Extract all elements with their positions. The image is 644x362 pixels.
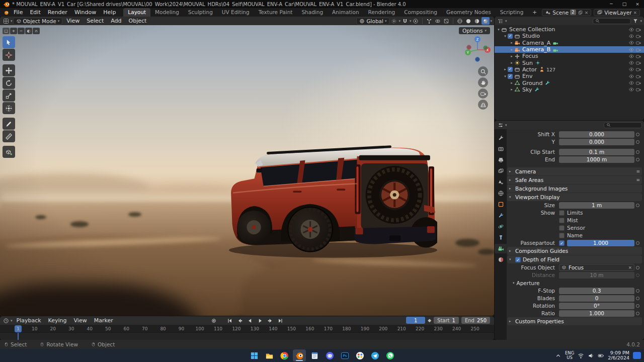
ratio-field[interactable]: 1.000 bbox=[559, 310, 634, 317]
properties-tab-world[interactable] bbox=[495, 189, 507, 198]
timeline-menu-view[interactable]: View bbox=[70, 316, 91, 325]
paint-icon[interactable] bbox=[353, 349, 366, 361]
timeline-menu-keying[interactable]: Keying bbox=[45, 316, 70, 325]
hide-in-viewport-icon[interactable] bbox=[628, 73, 635, 79]
notification-badge[interactable] bbox=[633, 352, 641, 359]
select-mode-invert[interactable]: ◐ bbox=[25, 28, 32, 34]
outliner-item-scene-collection[interactable]: ▾Scene Collection bbox=[495, 26, 644, 33]
options-dropdown[interactable]: Options ▾ bbox=[459, 27, 490, 34]
workspace-tab-geometry-nodes[interactable]: Geometry Nodes bbox=[442, 8, 496, 17]
telegram-icon[interactable] bbox=[368, 349, 381, 361]
disable-in-renders-icon[interactable] bbox=[635, 53, 642, 59]
battery-icon[interactable] bbox=[598, 352, 604, 359]
presets-menu-icon[interactable]: ≡ bbox=[636, 177, 640, 183]
show-overlays-icon[interactable] bbox=[434, 17, 442, 25]
disable-in-renders-icon[interactable] bbox=[635, 86, 642, 93]
shift-x-field[interactable]: 0.000 bbox=[559, 131, 634, 138]
timeline-ruler[interactable]: 1 11020304050607080901001101201301401501… bbox=[0, 325, 494, 333]
section-camera[interactable]: ▸Camera ≡ bbox=[507, 167, 642, 175]
properties-tab-modifiers[interactable] bbox=[495, 211, 507, 220]
outliner-item-actor[interactable]: ▸✓Actor127 bbox=[495, 66, 644, 73]
expander-icon[interactable]: ▸ bbox=[503, 67, 508, 71]
tool-annotate[interactable] bbox=[3, 118, 15, 130]
section-viewport-display[interactable]: ▾Viewport Display bbox=[507, 193, 642, 201]
animate-dot[interactable] bbox=[634, 266, 641, 269]
expander-icon[interactable]: ▸ bbox=[509, 81, 514, 85]
jump-to-end-button[interactable] bbox=[276, 317, 285, 324]
expander-icon[interactable]: ▾ bbox=[503, 74, 508, 78]
editor-type-icon[interactable] bbox=[2, 17, 10, 25]
properties-tab-material[interactable] bbox=[495, 255, 507, 264]
prev-keyframe-button[interactable] bbox=[235, 317, 245, 324]
workspace-tab-rendering[interactable]: Rendering bbox=[364, 8, 400, 17]
pivot-point-icon[interactable] bbox=[390, 17, 398, 25]
section-composition-guides[interactable]: ▸Composition Guides bbox=[507, 247, 642, 255]
tool-scale[interactable] bbox=[3, 89, 15, 102]
rotation-field[interactable]: 0° bbox=[559, 303, 634, 309]
hide-in-viewport-icon[interactable] bbox=[628, 40, 635, 46]
menu-help[interactable]: Help bbox=[100, 8, 119, 17]
properties-tab-physics[interactable] bbox=[495, 222, 507, 231]
viewport-canvas[interactable]: □+−◐∩ Options ▾ Z Y X bbox=[0, 25, 494, 316]
viewport-menu-select[interactable]: Select bbox=[83, 17, 107, 25]
timeline-track[interactable] bbox=[0, 333, 494, 340]
outliner-item-focus[interactable]: ▸Focus bbox=[495, 53, 644, 59]
outliner-item-camera-b[interactable]: ▸Camera_B bbox=[495, 46, 644, 53]
animate-dot[interactable] bbox=[634, 140, 641, 144]
workspace-tab-texture-paint[interactable]: Texture Paint bbox=[254, 8, 297, 17]
outliner-item-camera-a[interactable]: ▸Camera_A bbox=[495, 40, 644, 46]
play-reverse-button[interactable] bbox=[246, 317, 255, 324]
clip-start-field[interactable]: 0.1 m bbox=[559, 149, 634, 155]
animate-dot[interactable] bbox=[634, 133, 641, 136]
viewport-menu-object[interactable]: Object bbox=[125, 17, 150, 25]
nav-zoom-button[interactable] bbox=[478, 66, 488, 76]
blades-field[interactable]: 0 bbox=[559, 295, 634, 302]
language-indicator[interactable]: ENGUS bbox=[565, 351, 574, 360]
properties-tab-view-layer[interactable] bbox=[495, 166, 507, 176]
close-button[interactable]: × bbox=[631, 0, 644, 8]
workspace-tab-compositing[interactable]: Compositing bbox=[399, 8, 442, 17]
transform-orientation-dropdown[interactable]: Global ▾ bbox=[356, 18, 389, 25]
remove-view-layer-icon[interactable]: × bbox=[633, 10, 637, 15]
outliner-search-input[interactable] bbox=[593, 18, 631, 24]
discord-icon[interactable] bbox=[323, 349, 336, 361]
properties-tab-tool[interactable] bbox=[495, 133, 507, 143]
view-layer-selector[interactable]: ViewLayer × bbox=[594, 9, 640, 16]
end-frame-field[interactable]: End250 bbox=[461, 317, 490, 324]
whatsapp-icon[interactable] bbox=[383, 349, 396, 361]
wifi-icon[interactable] bbox=[578, 352, 584, 359]
checkbox-limits[interactable] bbox=[559, 210, 565, 216]
workspace-tab-layout[interactable]: Layout bbox=[123, 8, 150, 17]
keyframe-icon[interactable]: ◆ bbox=[428, 318, 431, 323]
outliner-item-studio[interactable]: ▾✓Studio bbox=[495, 33, 644, 39]
workspace-tab-sculpting[interactable]: Sculpting bbox=[184, 8, 217, 17]
properties-tab-constraints[interactable] bbox=[495, 233, 507, 242]
clear-focus-object-icon[interactable]: × bbox=[628, 265, 632, 270]
tool-move[interactable] bbox=[3, 64, 15, 76]
workspace-tab-modeling[interactable]: Modeling bbox=[150, 8, 184, 17]
checkbox-mist[interactable] bbox=[559, 218, 565, 223]
focus-object-field[interactable]: Focus × bbox=[559, 264, 634, 271]
snapping-magnet-icon[interactable] bbox=[401, 17, 409, 25]
minimize-button[interactable]: ─ bbox=[605, 0, 618, 8]
expander-icon[interactable]: ▸ bbox=[509, 48, 514, 52]
viewport-menu-add[interactable]: Add bbox=[107, 17, 125, 25]
volume-icon[interactable] bbox=[588, 352, 594, 359]
outliner-editor-icon[interactable] bbox=[497, 17, 505, 25]
collection-checkbox[interactable]: ✓ bbox=[508, 74, 513, 79]
passepartout-slider[interactable]: 1.000 bbox=[567, 240, 634, 246]
fstop-field[interactable]: 0.3 bbox=[559, 288, 634, 294]
properties-tab-object-data[interactable] bbox=[495, 244, 507, 253]
tray-expand-icon[interactable] bbox=[555, 352, 561, 359]
workspace-tab-scripting[interactable]: Scripting bbox=[496, 8, 528, 17]
clip-end-field[interactable]: 1000 m bbox=[559, 156, 634, 163]
tool-cursor[interactable] bbox=[3, 49, 15, 61]
workspace-tab-uv-editing[interactable]: UV Editing bbox=[217, 8, 254, 17]
section-custom-properties[interactable]: ▸Custom Properties bbox=[507, 317, 642, 325]
expander-icon[interactable]: ▾ bbox=[496, 28, 501, 32]
properties-search-input[interactable] bbox=[604, 122, 642, 128]
notepad-icon[interactable] bbox=[308, 349, 321, 361]
timeline-menu-marker[interactable]: Marker bbox=[91, 316, 117, 325]
disable-in-renders-icon[interactable] bbox=[635, 33, 642, 39]
animate-dot[interactable] bbox=[634, 158, 641, 161]
